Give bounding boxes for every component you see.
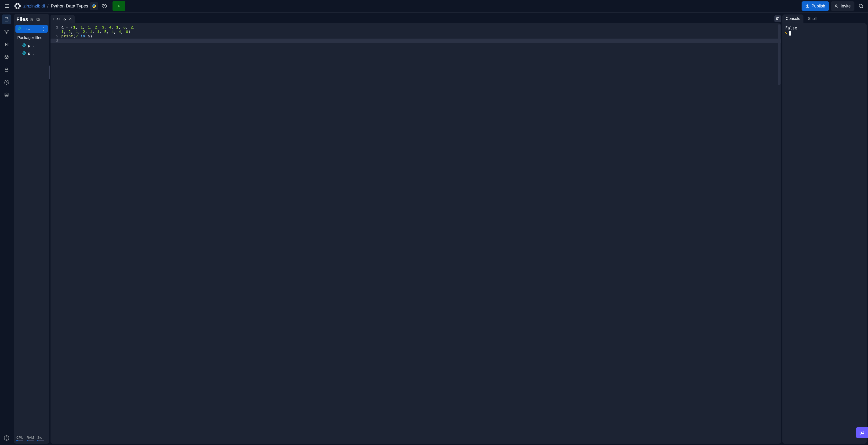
code-content xyxy=(61,39,781,43)
rail-help[interactable] xyxy=(2,433,11,443)
help-icon xyxy=(4,435,9,441)
svg-point-21 xyxy=(5,93,8,95)
cpu-stat[interactable]: CPU xyxy=(17,436,23,441)
code-content: a = (1, 1, 1, 2, 3, 4, 1, 6, 2, xyxy=(61,25,781,30)
files-scrollbar[interactable] xyxy=(49,65,50,79)
run-button[interactable] xyxy=(113,1,125,11)
svg-point-23 xyxy=(6,439,7,439)
line-number xyxy=(51,30,61,34)
console-output: False xyxy=(785,26,864,30)
editor-tab-filename: main.py xyxy=(53,16,66,21)
file-label: p… xyxy=(28,52,34,56)
play-icon xyxy=(117,4,121,8)
rail-packages[interactable] xyxy=(2,53,11,62)
language-badge[interactable] xyxy=(90,2,98,10)
invite-button[interactable]: Invite xyxy=(831,1,855,11)
new-file-icon xyxy=(29,18,33,21)
ram-label: RAM xyxy=(27,436,34,439)
line-number: 1 xyxy=(51,25,61,30)
code-line[interactable]: 2print(7 in a) xyxy=(51,34,781,39)
code-line[interactable]: 1a = (1, 1, 1, 2, 3, 4, 1, 6, 2, xyxy=(51,25,781,30)
python-icon xyxy=(92,4,96,8)
doc-icon xyxy=(776,17,780,21)
new-folder-icon xyxy=(36,18,40,21)
search-icon xyxy=(858,3,864,9)
secrets-icon xyxy=(4,67,9,72)
history-icon xyxy=(102,3,107,9)
chat-icon xyxy=(859,430,865,436)
svg-point-7 xyxy=(836,5,837,6)
svg-rect-33 xyxy=(786,33,787,34)
settings-icon xyxy=(4,80,9,85)
packager-section-label: Packager files xyxy=(16,33,48,42)
console-body[interactable]: False xyxy=(782,23,867,444)
rail-database[interactable] xyxy=(2,90,11,100)
person-add-icon xyxy=(835,4,839,8)
file-item[interactable]: m…⋮ xyxy=(16,25,48,33)
rail-debugger[interactable] xyxy=(2,40,11,49)
code-content: print(7 in a) xyxy=(61,34,781,39)
rail-secrets[interactable] xyxy=(2,65,11,74)
files-panel: Files m…⋮ Packager files p…p… CPU RA xyxy=(14,14,49,444)
code-line[interactable]: 3 xyxy=(51,39,781,43)
svg-rect-17 xyxy=(7,43,8,46)
code-line[interactable]: 1, 2, 1, 2, 1, 1, 5, 4, 4, 6) xyxy=(51,30,781,34)
side-rail xyxy=(0,12,13,445)
svg-marker-5 xyxy=(118,5,120,7)
line-number: 2 xyxy=(51,34,61,39)
publish-label: Publish xyxy=(811,4,825,9)
svg-point-3 xyxy=(93,5,94,5)
editor-tab[interactable]: main.py ✕ xyxy=(51,15,74,23)
file-item[interactable]: p… xyxy=(16,42,48,49)
svg-point-12 xyxy=(5,30,6,31)
file-more-button[interactable]: ⋮ xyxy=(42,26,46,31)
menu-button[interactable] xyxy=(2,1,12,11)
svg-rect-32 xyxy=(785,32,786,33)
chat-button[interactable] xyxy=(856,427,868,438)
code-content: 1, 2, 1, 2, 1, 1, 5, 4, 4, 6) xyxy=(61,30,781,34)
rail-settings[interactable] xyxy=(2,78,11,87)
header: zinzinzibidi / Python Data Types Publish… xyxy=(0,0,868,12)
python-icon xyxy=(22,43,26,48)
replit-logo[interactable] xyxy=(13,2,22,10)
svg-point-20 xyxy=(6,81,7,83)
database-icon xyxy=(4,92,9,98)
python-icon xyxy=(17,26,22,31)
svg-point-10 xyxy=(859,4,862,7)
file-item[interactable]: p… xyxy=(16,49,48,58)
close-tab-button[interactable]: ✕ xyxy=(69,16,72,21)
packages-icon xyxy=(4,55,9,60)
editor-body[interactable]: 1a = (1, 1, 1, 2, 3, 4, 1, 6, 2, 1, 2, 1… xyxy=(51,23,781,444)
breadcrumb-repl-name[interactable]: Python Data Types xyxy=(51,3,88,9)
debugger-icon xyxy=(4,42,9,47)
history-button[interactable] xyxy=(100,1,109,11)
svg-rect-19 xyxy=(5,69,8,71)
breadcrumb-user[interactable]: zinzinzibidi xyxy=(23,3,45,9)
publish-button[interactable]: Publish xyxy=(802,1,829,11)
markdown-preview-button[interactable] xyxy=(774,15,781,22)
svg-marker-16 xyxy=(5,43,7,46)
console-tab-console[interactable]: Console xyxy=(782,14,803,23)
svg-line-11 xyxy=(862,7,863,8)
new-folder-button[interactable] xyxy=(36,18,40,21)
new-file-button[interactable] xyxy=(29,18,33,21)
python-icon xyxy=(22,51,26,56)
console-prompt[interactable] xyxy=(785,31,864,36)
rail-files[interactable] xyxy=(2,14,11,24)
ram-stat[interactable]: RAM xyxy=(27,436,34,441)
svg-point-14 xyxy=(6,33,7,34)
breadcrumb: zinzinzibidi / Python Data Types xyxy=(23,3,88,9)
console-tab-shell[interactable]: Shell xyxy=(804,14,820,23)
resource-stats: CPU RAM Sto xyxy=(16,434,48,441)
invite-label: Invite xyxy=(841,4,851,9)
rail-version-control[interactable] xyxy=(2,27,11,36)
search-button[interactable] xyxy=(856,1,866,11)
storage-stat[interactable]: Sto xyxy=(37,436,44,441)
breadcrumb-separator: / xyxy=(47,3,49,9)
upload-icon xyxy=(805,4,809,8)
editor-scrollbar[interactable] xyxy=(778,24,780,85)
line-number: 3 xyxy=(51,39,61,43)
files-title: Files xyxy=(17,16,28,23)
svg-point-13 xyxy=(7,30,8,31)
editor-panel: main.py ✕ 1a = (1, 1, 1, 2, 3, 4, 1, 6, … xyxy=(51,14,781,444)
